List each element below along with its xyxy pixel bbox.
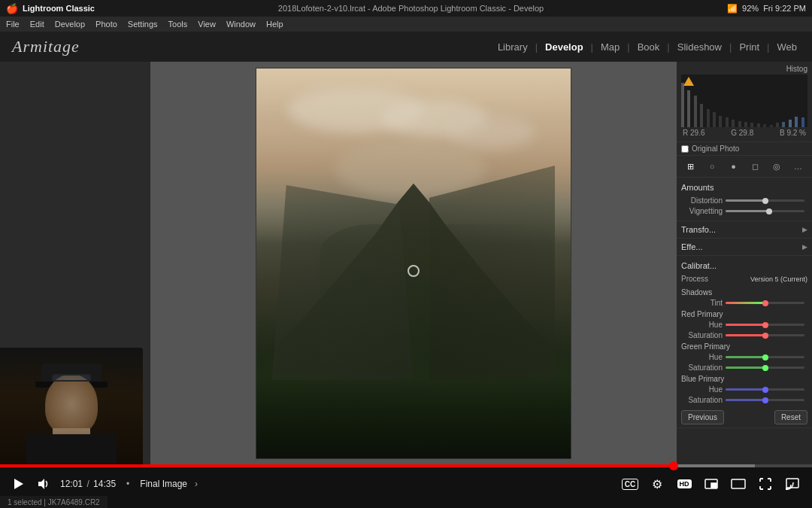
- more-tool-icon[interactable]: …: [792, 160, 805, 173]
- miniplayer-button[interactable]: [701, 473, 722, 494]
- original-photo-checkbox[interactable]: [681, 145, 689, 153]
- b-label: B 9.2 %: [780, 129, 806, 137]
- action-buttons-row: Previous Reset: [681, 410, 807, 424]
- green-sat-row: Saturation: [681, 364, 807, 372]
- histogram-title: Histog: [681, 65, 807, 73]
- transform-title: Transfo...: [681, 225, 716, 234]
- nav-print[interactable]: Print: [736, 40, 762, 54]
- chapter-name: Final Image: [140, 479, 187, 489]
- cast-button[interactable]: [782, 473, 803, 494]
- distortion-thumb[interactable]: [762, 198, 768, 204]
- chapter-dot: •: [126, 479, 129, 489]
- crop-tool-icon[interactable]: ○: [705, 160, 719, 173]
- menu-help[interactable]: Help: [266, 20, 283, 29]
- adjustment-tool-icon[interactable]: ◎: [770, 160, 783, 173]
- green-hue-row: Hue: [681, 353, 807, 361]
- menu-photo[interactable]: Photo: [95, 20, 117, 29]
- photo-frame: [256, 68, 571, 459]
- blue-hue-slider[interactable]: [726, 388, 804, 391]
- hd-button[interactable]: HD: [674, 473, 695, 494]
- menu-settings[interactable]: Settings: [128, 20, 158, 29]
- nav-book[interactable]: Book: [635, 40, 663, 54]
- play-button[interactable]: [9, 475, 27, 493]
- wifi-icon: 📶: [727, 4, 738, 14]
- transform-section[interactable]: Transfo... ▶: [677, 221, 812, 239]
- tint-thumb[interactable]: [762, 300, 768, 306]
- previous-button[interactable]: Previous: [681, 410, 724, 424]
- green-sat-thumb[interactable]: [762, 365, 768, 371]
- vignetting-slider[interactable]: [726, 210, 804, 212]
- nav-links: Library | Develop | Map | Book | Slidesh…: [495, 40, 800, 54]
- reset-button[interactable]: Reset: [774, 410, 807, 424]
- red-primary-header: Red Primary: [681, 310, 807, 318]
- menu-window[interactable]: Window: [226, 20, 256, 29]
- green-sat-slider[interactable]: [726, 367, 804, 369]
- nav-map[interactable]: Map: [598, 40, 623, 54]
- red-sat-thumb[interactable]: [762, 333, 768, 339]
- distortion-slider[interactable]: [726, 199, 804, 202]
- settings-button[interactable]: ⚙: [647, 473, 668, 494]
- blue-hue-thumb[interactable]: [762, 387, 768, 393]
- clock: Fri 9:22 PM: [763, 4, 806, 13]
- blue-sat-fill: [726, 399, 765, 401]
- progress-played: [0, 464, 674, 467]
- svg-marker-1: [38, 479, 44, 489]
- nav-develop[interactable]: Develop: [542, 40, 586, 54]
- blue-sat-thumb[interactable]: [762, 397, 768, 403]
- menu-edit[interactable]: Edit: [30, 20, 44, 29]
- effects-section[interactable]: Effe... ▶: [677, 239, 812, 256]
- progress-thumb[interactable]: [669, 461, 678, 470]
- play-icon: [12, 478, 24, 490]
- calibration-header[interactable]: Calibrat...: [681, 259, 807, 272]
- amounts-header[interactable]: Amounts: [681, 181, 807, 194]
- menu-file[interactable]: File: [6, 20, 20, 29]
- fullscreen-icon: [759, 478, 771, 490]
- svg-rect-4: [732, 479, 745, 488]
- distortion-row: Distortion: [681, 196, 807, 205]
- cloud-3: [445, 115, 535, 149]
- tint-slider[interactable]: [726, 302, 804, 304]
- vignetting-thumb[interactable]: [766, 208, 772, 214]
- process-label: Process: [681, 275, 708, 283]
- app-name[interactable]: Lightroom Classic: [23, 4, 95, 13]
- nav-slideshow[interactable]: Slideshow: [674, 40, 725, 54]
- app-logo: Armitage: [12, 37, 80, 56]
- green-hue-thumb[interactable]: [762, 354, 768, 360]
- progress-buffered: [674, 464, 755, 467]
- histogram-section: Histog: [677, 62, 812, 142]
- red-sat-slider[interactable]: [726, 334, 804, 336]
- green-hue-fill: [726, 356, 765, 358]
- red-hue-thumb[interactable]: [762, 322, 768, 328]
- filter-tool-icon[interactable]: ◻: [748, 160, 762, 173]
- effects-title: Effe...: [681, 242, 703, 251]
- apple-icon[interactable]: 🍎: [6, 3, 18, 14]
- process-value: Version 5 (Current): [750, 275, 807, 283]
- vignetting-row: Vignetting: [681, 207, 807, 215]
- menu-view[interactable]: View: [198, 20, 216, 29]
- menu-develop[interactable]: Develop: [55, 20, 85, 29]
- red-hue-label: Hue: [681, 321, 723, 329]
- green-hue-slider[interactable]: [726, 356, 804, 358]
- highlight-warning[interactable]: [683, 77, 694, 86]
- controls-right: CC ⚙ HD: [620, 473, 803, 494]
- nav-library[interactable]: Library: [495, 40, 531, 54]
- nav-web[interactable]: Web: [774, 40, 801, 54]
- menu-tools[interactable]: Tools: [168, 20, 188, 29]
- volume-button[interactable]: [35, 475, 53, 493]
- r-label: R 29.6: [683, 129, 704, 137]
- progress-bar[interactable]: [0, 464, 812, 467]
- red-hue-slider[interactable]: [726, 324, 804, 326]
- blue-sat-slider[interactable]: [726, 399, 804, 401]
- video-controls: 12:01 / 14:35 • Final Image › CC ⚙ HD: [0, 464, 812, 508]
- transform-expand-icon: ▶: [802, 226, 807, 233]
- distortion-label: Distortion: [681, 196, 723, 205]
- fullscreen-button[interactable]: [755, 473, 776, 494]
- heal-tool-icon[interactable]: ●: [727, 160, 741, 173]
- miniplayer-icon: [704, 479, 718, 489]
- theater-button[interactable]: [728, 473, 749, 494]
- chapter-arrow[interactable]: ›: [195, 479, 198, 489]
- svg-rect-3: [711, 483, 717, 488]
- cc-button[interactable]: CC: [620, 473, 641, 494]
- grid-tool-icon[interactable]: ⊞: [683, 160, 697, 173]
- controls-row: 12:01 / 14:35 • Final Image › CC ⚙ HD: [0, 467, 812, 500]
